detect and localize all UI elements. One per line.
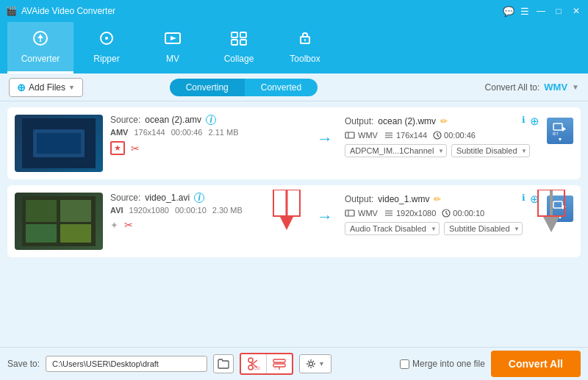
maximize-button[interactable]: □ (553, 6, 564, 16)
output-info-2: Output: video_1.wmv ✏ ℹ ⊕ WMV 1920x1080 (345, 193, 539, 235)
convert-all-button[interactable]: Convert All (491, 351, 581, 377)
out-resolution-2: 1920x1080 (396, 209, 436, 218)
svg-rect-22 (60, 224, 91, 243)
minimize-button[interactable]: — (535, 6, 547, 16)
duration-2: 00:00:10 (175, 206, 207, 215)
format-selector[interactable]: WMV (544, 82, 567, 93)
file-card-1: Source: ocean (2).amv i AMV 176x144 00:0… (7, 107, 581, 179)
nav-item-mv[interactable]: MV (140, 22, 206, 74)
out-duration-2: 00:00:10 (453, 209, 484, 218)
tab-converting[interactable]: Converting (170, 79, 245, 96)
svg-text:CÜT: CÜT (254, 366, 260, 370)
subtitle-select-wrapper-1: Subtitle Disabled (451, 144, 530, 157)
output-label-2: Output: (345, 194, 373, 204)
svg-point-42 (309, 362, 313, 366)
svg-rect-20 (60, 200, 91, 222)
output-row-2: Output: video_1.wmv ✏ ℹ ⊕ (345, 193, 539, 206)
out-format-1: WMV (358, 131, 378, 140)
toolbar: ⊕ Add Files ▼ Converting Converted Conve… (0, 74, 588, 101)
output-selects-2: Audio Track Disabled Subtitle Disabled (345, 222, 539, 235)
star-button-1[interactable]: ★ (110, 141, 125, 155)
nav-toolbox-label: Toolbox (290, 54, 320, 64)
subtitle-select-wrapper-2: Subtitle Disabled (444, 222, 523, 235)
settings-button[interactable]: ▼ (299, 354, 331, 373)
edit-icon-2[interactable]: ✏ (434, 194, 441, 204)
subtitle-select-2[interactable]: Subtitle Disabled (444, 222, 523, 235)
svg-rect-38 (273, 359, 285, 362)
nav-converter-label: Converter (21, 54, 60, 64)
out-resolution-1: 176x144 (396, 131, 427, 140)
convert-btn-label-1: ▼ (558, 137, 563, 142)
info-icon-2[interactable]: i (194, 193, 204, 203)
audio-select-2[interactable]: Audio Track Disabled (345, 222, 440, 235)
cut-tool-button[interactable]: CÜT (241, 354, 267, 373)
add-files-button[interactable]: ⊕ Add Files ▼ (9, 78, 83, 97)
app-title: AVAide Video Converter (21, 6, 115, 16)
svg-text:BIT: BIT (553, 132, 559, 136)
size-2: 2.30 MB (212, 206, 243, 215)
title-bar-left: 🎬 AVAide Video Converter (6, 6, 115, 16)
convert-button-1[interactable]: BIT ▼ (547, 118, 573, 144)
scissors-button-1[interactable]: ✂ (131, 143, 140, 154)
save-path-input[interactable] (46, 356, 207, 372)
nav-item-toolbox[interactable]: Toolbox (272, 22, 338, 74)
info-icon-1[interactable]: i (206, 115, 216, 125)
title-bar-controls: 💬 ☰ — □ ✕ (503, 6, 582, 17)
svg-rect-5 (240, 32, 246, 37)
add-files-dropdown-icon[interactable]: ▼ (68, 84, 75, 91)
scissors-button-2[interactable]: ✂ (124, 219, 133, 231)
source-label-1: Source: (110, 115, 140, 125)
out-duration-1: 00:00:46 (444, 131, 476, 140)
svg-rect-6 (232, 40, 237, 45)
duration-1: 00:00:46 (171, 128, 203, 137)
output-info-1: Output: ocean (2).wmv ✏ ℹ ⊕ WMV 176x144 (345, 115, 539, 157)
format-badge-2: AVI (110, 206, 123, 215)
resolution-2: 1920x1080 (129, 206, 169, 215)
plus-icon: ⊕ (17, 82, 26, 93)
save-to-label: Save to: (7, 359, 40, 369)
output-add-btn-1[interactable]: ⊕ (530, 115, 539, 128)
sparkle-button-2[interactable]: ✦ (110, 220, 118, 231)
thumbnail-1 (15, 115, 103, 172)
output-row-1: Output: ocean (2).wmv ✏ ℹ ⊕ (345, 115, 539, 128)
output-meta-2: WMV 1920x1080 00:00:10 (345, 209, 539, 218)
merge-label: Merge into one file (412, 359, 485, 369)
source-name-1: ocean (2).amv (145, 115, 201, 125)
audio-select-1[interactable]: ADPCM_IM...1Channel (345, 144, 447, 157)
edit-icon-1[interactable]: ✏ (440, 116, 448, 126)
format-dropdown-icon[interactable]: ▼ (572, 83, 579, 91)
nav-collage-label: Collage (224, 54, 254, 64)
convert-all-to-label: Convert All to: (485, 82, 540, 93)
output-meta-1: WMV 176x144 00:00:46 (345, 131, 539, 140)
merge-checkbox[interactable] (400, 359, 409, 369)
svg-rect-19 (26, 200, 57, 222)
tool-buttons-highlighted: CÜT ○ (240, 353, 293, 375)
merge-checkbox-section: Merge into one file (400, 359, 485, 369)
resolution-1: 176x144 (134, 128, 165, 137)
nav-item-ripper[interactable]: Ripper (74, 22, 140, 74)
arrow-icon-1: → (317, 129, 333, 148)
nav-item-collage[interactable]: Collage (206, 22, 272, 74)
mv-icon (163, 30, 182, 51)
audio-select-wrapper-2: Audio Track Disabled (345, 222, 440, 235)
browse-folder-button[interactable] (213, 354, 234, 373)
nav-item-converter[interactable]: Converter (7, 22, 74, 74)
tab-converted[interactable]: Converted (245, 79, 318, 96)
red-arrow-down-1 (272, 190, 301, 234)
subtitle-select-1[interactable]: Subtitle Disabled (451, 144, 530, 157)
close-button[interactable]: ✕ (570, 6, 582, 16)
output-info-btn-1[interactable]: ℹ (522, 115, 526, 128)
arrow-icon-2: → (317, 207, 333, 226)
svg-text:○: ○ (274, 366, 276, 370)
merge-tool-button[interactable]: ○ (267, 354, 292, 373)
svg-rect-7 (240, 40, 246, 45)
menu-icon: ☰ (520, 6, 529, 17)
source-label-2: Source: (110, 193, 140, 203)
collage-icon (229, 30, 248, 51)
output-info-btn-2[interactable]: ℹ (522, 193, 526, 206)
bottom-bar: Save to: CÜT ○ ▼ Mer (0, 347, 588, 380)
red-arrow-down-2 (537, 190, 566, 234)
arrow-col-2: → (312, 193, 337, 226)
output-label-1: Output: (345, 116, 373, 126)
svg-marker-31 (542, 215, 560, 232)
